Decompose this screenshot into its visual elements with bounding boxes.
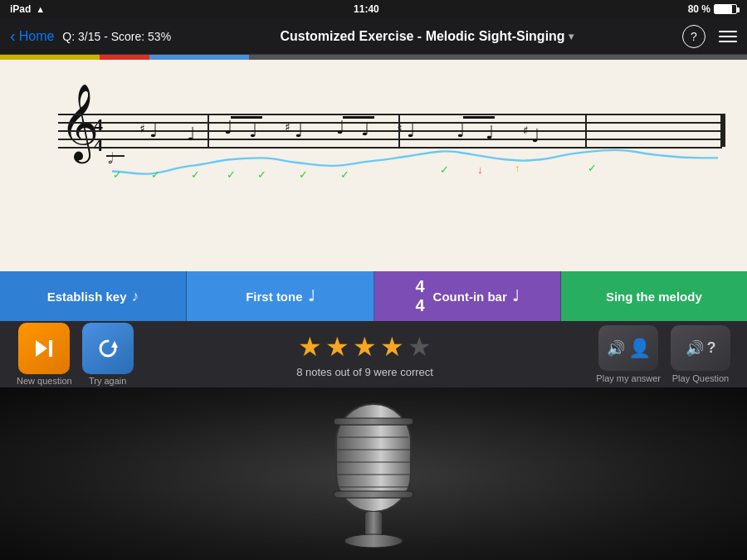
controls-row: New question Try again ★ ★ ★ ★ ★ 8 notes…: [0, 321, 747, 387]
nav-title: Customized Exercise - Melodic Sight-Sing…: [171, 29, 682, 44]
staff-line-2: [58, 122, 722, 124]
note-8: ♩: [361, 119, 369, 140]
microphone-area: [0, 387, 747, 560]
notes-correct-text: 8 notes out of 9 were correct: [296, 366, 433, 378]
new-question-wrap: New question: [17, 323, 72, 386]
sing-melody-label: Sing the melody: [606, 290, 702, 304]
pitch-tracking-line: [112, 143, 718, 184]
note-4: ♩: [224, 117, 232, 139]
speaker-icon: 🔊: [607, 339, 625, 358]
time-sig-display: 44: [415, 277, 424, 315]
sharp-12: ♯: [523, 124, 529, 137]
battery-label: 80 %: [688, 3, 710, 15]
establish-key-label: Establish key: [47, 290, 127, 304]
wifi-icon: ▲: [36, 4, 45, 14]
check-1: ✓: [113, 168, 122, 181]
staff-line-3: [58, 130, 722, 132]
svg-point-14: [344, 534, 403, 548]
note-7: ♩: [336, 117, 344, 139]
question-icon: ?: [707, 339, 716, 357]
staff: 𝄞 44 𝅗𝅥 ♩ ♯ ♩ ♩ ♩ ♩ ♯ ♩ ♩ ♩: [17, 114, 730, 180]
back-arrow-icon: ‹: [10, 27, 16, 46]
help-label: ?: [691, 30, 697, 43]
barline-1: [208, 114, 209, 147]
check-4: ✓: [227, 168, 236, 181]
note-10: ♩: [456, 120, 465, 142]
back-button[interactable]: ‹ Home: [10, 27, 54, 46]
svg-marker-2: [111, 341, 118, 348]
nav-right: ?: [682, 25, 737, 48]
check-5: ✓: [257, 168, 266, 181]
star-1: ★: [298, 331, 322, 363]
beam-1: [231, 116, 262, 119]
new-question-label: New question: [17, 376, 72, 386]
score-label: Q: 3/15 - Score: 53%: [62, 30, 171, 43]
beam-3: [463, 116, 495, 119]
check-9: ✓: [588, 162, 597, 174]
barline-3: [585, 114, 587, 147]
svg-marker-0: [36, 340, 47, 357]
play-question-wrap: 🔊 ? Play Question: [671, 325, 730, 383]
sing-melody-button[interactable]: Sing the melody: [561, 271, 747, 321]
sheet-music-area: 𝄞 44 𝅗𝅥 ♩ ♯ ♩ ♩ ♩ ♩ ♯ ♩ ♩ ♩: [0, 60, 747, 271]
svg-rect-11: [334, 418, 413, 425]
note-6: ♩: [295, 120, 303, 142]
arrow-down-marker: ↓: [477, 163, 483, 176]
play-my-answer-label: Play my answer: [596, 373, 661, 383]
try-again-wrap: Try again: [82, 323, 134, 386]
nav-bar: ‹ Home Q: 3/15 - Score: 53% Customized E…: [0, 18, 747, 55]
note-5: ♩: [249, 120, 257, 142]
stars-row: ★ ★ ★ ★ ★: [298, 331, 432, 363]
arrow-up-marker: ↑: [515, 162, 520, 174]
carrier-label: iPad: [10, 3, 31, 15]
svg-rect-1: [49, 340, 52, 357]
music-note-icon: ♪: [132, 288, 139, 305]
note-11: ♩: [486, 122, 494, 144]
sharp-2: ♯: [139, 122, 145, 135]
barline-2: [398, 114, 400, 147]
play-my-answer-wrap: 🔊 👤 Play my answer: [596, 325, 661, 383]
menu-line-icon: [719, 41, 737, 42]
barline-end-2: [722, 114, 725, 147]
svg-rect-12: [334, 491, 413, 498]
exercise-title: Customized Exercise - Melodic Sight-Sing…: [280, 29, 564, 44]
star-2: ★: [325, 331, 349, 363]
title-chevron-icon[interactable]: ▾: [569, 31, 574, 42]
sharp-6: ♯: [285, 120, 290, 134]
play-question-button[interactable]: 🔊 ?: [671, 325, 730, 371]
status-time: 11:40: [354, 3, 379, 15]
note-2: ♩: [149, 120, 158, 142]
play-question-label: Play Question: [672, 373, 729, 383]
play-my-answer-button[interactable]: 🔊 👤: [598, 325, 658, 371]
check-2: ✓: [151, 168, 160, 181]
status-left: iPad ▲: [10, 3, 45, 15]
star-4: ★: [380, 331, 404, 363]
svg-rect-13: [365, 512, 382, 537]
result-section: ★ ★ ★ ★ ★ 8 notes out of 9 were correct: [144, 331, 587, 378]
new-question-button[interactable]: [18, 323, 70, 374]
first-tone-label: First tone: [246, 290, 302, 304]
check-7: ✓: [340, 168, 349, 181]
staff-line-4: [58, 139, 722, 140]
skip-forward-icon: [32, 337, 56, 360]
replay-icon: [96, 337, 120, 360]
speaker-2-icon: 🔊: [686, 339, 704, 358]
help-button[interactable]: ?: [682, 25, 706, 48]
check-6: ✓: [299, 168, 308, 181]
check-3: ✓: [191, 168, 200, 181]
battery-icon: [714, 4, 737, 14]
star-3: ★: [353, 331, 377, 363]
person-icon: 👤: [628, 338, 651, 359]
try-again-button[interactable]: [82, 323, 134, 374]
staff-line-1: [58, 114, 722, 115]
establish-key-button[interactable]: Establish key ♪: [0, 271, 187, 321]
menu-line-icon: [719, 31, 737, 32]
check-8: ✓: [440, 163, 449, 176]
beam-2: [343, 116, 374, 119]
menu-line-icon: [719, 36, 737, 37]
menu-button[interactable]: [719, 31, 737, 42]
status-right: 80 %: [688, 3, 737, 15]
count-in-button[interactable]: 44 Count-in bar ♩: [374, 271, 561, 321]
first-tone-button[interactable]: First tone ♩: [187, 271, 374, 321]
back-label[interactable]: Home: [19, 29, 55, 44]
